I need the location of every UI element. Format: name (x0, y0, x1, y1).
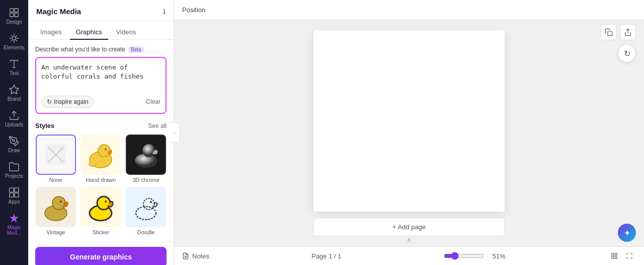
describe-section: Describe what you'd like to create Beta … (28, 40, 174, 120)
share-button[interactable] (620, 24, 636, 40)
notes-button[interactable]: Notes (182, 252, 209, 260)
prompt-textarea[interactable]: An underwater scene of colorful corals a… (41, 63, 160, 91)
svg-rect-36 (612, 256, 614, 258)
view-controls (608, 249, 636, 262)
style-label-none: None (49, 177, 62, 183)
svg-point-23 (52, 196, 65, 210)
styles-header: Styles See all (35, 122, 167, 129)
zoom-controls: 51% (444, 252, 506, 260)
styles-title: Styles (35, 122, 54, 129)
style-hand-drawn[interactable]: Hand drawn (80, 135, 122, 183)
svg-point-28 (105, 201, 107, 203)
svg-point-17 (105, 149, 107, 150)
prompt-actions: ↻ Inspire again Clear (41, 96, 160, 108)
svg-rect-34 (612, 253, 614, 255)
grid-view-button[interactable] (608, 249, 621, 262)
styles-grid: None Hand (35, 135, 167, 235)
sidebar-item-uploads[interactable]: Uploads (2, 107, 26, 130)
sidebar-item-design[interactable]: Design (2, 4, 26, 28)
canvas-container: + Add page (174, 20, 644, 246)
sidebar-label-text: Text (10, 71, 19, 76)
clear-button[interactable]: Clear (146, 98, 160, 105)
sidebar-label-apps: Apps (9, 199, 20, 205)
styles-section: Styles See all None (28, 120, 174, 241)
style-sticker[interactable]: Sticker (80, 187, 122, 235)
style-thumb-none (36, 135, 76, 175)
duplicate-button[interactable] (601, 24, 617, 40)
style-thumb-hand-drawn (80, 135, 121, 175)
svg-point-4 (12, 36, 16, 40)
magic-media-panel: Magic Media ℹ Images Graphics Videos Des… (28, 0, 174, 265)
svg-point-32 (150, 201, 152, 203)
notes-label: Notes (192, 252, 209, 260)
tab-images[interactable]: Images (34, 25, 68, 40)
style-label-hand-drawn: Hand drawn (86, 177, 116, 183)
bottom-bar: Notes Page 1 / 1 51% (174, 246, 644, 265)
svg-rect-7 (10, 188, 14, 192)
style-label-3d-chrome: 3D chrome (132, 177, 159, 183)
tab-videos[interactable]: Videos (110, 25, 142, 40)
tabs-bar: Images Graphics Videos (28, 21, 174, 40)
svg-rect-0 (10, 9, 14, 12)
svg-rect-1 (15, 9, 18, 12)
position-label: Position (182, 6, 205, 14)
canvas-page (313, 30, 505, 212)
sidebar-item-draw[interactable]: Draw (2, 132, 26, 156)
svg-rect-35 (615, 253, 617, 255)
style-label-sticker: Sticker (93, 229, 110, 235)
style-thumb-doodle (126, 187, 166, 227)
svg-point-20 (142, 144, 155, 157)
svg-marker-5 (10, 85, 19, 94)
svg-rect-2 (10, 13, 14, 17)
style-none[interactable]: None (35, 135, 76, 183)
top-bar: Position (174, 0, 644, 20)
svg-point-16 (98, 145, 110, 157)
tab-graphics[interactable]: Graphics (70, 25, 108, 40)
sidebar-label-brand: Brand (8, 96, 21, 102)
sidebar-label-design: Design (6, 19, 22, 25)
sidebar-label-magic-media: Magic Med... (4, 225, 24, 236)
magic-circle-button[interactable]: ✦ (618, 224, 636, 242)
icon-sidebar: Design Elements Text Brand Uploads Draw (0, 0, 28, 265)
generate-section: Generate graphics 👑 Use 1 of 48 credits.… (28, 241, 174, 265)
svg-point-24 (60, 201, 62, 203)
inspire-again-button[interactable]: ↻ Inspire again (41, 96, 94, 108)
style-3d-chrome[interactable]: 3D chrome (125, 135, 167, 183)
sidebar-label-projects: Projects (5, 173, 23, 179)
describe-label: Describe what you'd like to create Beta (35, 46, 167, 53)
style-thumb-3d-chrome (126, 135, 166, 175)
sidebar-item-projects[interactable]: Projects (2, 158, 26, 182)
scroll-chevron: ∧ (407, 236, 412, 244)
sidebar-item-text[interactable]: Text (2, 55, 26, 79)
panel-title: Magic Media (36, 7, 81, 16)
sidebar-label-elements: Elements (4, 45, 25, 50)
refresh-icon: ↻ (47, 98, 52, 105)
style-label-vintage: Vintage (46, 229, 65, 235)
sidebar-label-uploads: Uploads (5, 122, 24, 127)
refresh-button[interactable]: ↻ (618, 44, 636, 62)
add-page-button[interactable]: + Add page (313, 218, 505, 236)
panel-collapse-handle[interactable]: ‹ (170, 122, 180, 143)
svg-rect-3 (15, 13, 18, 17)
style-doodle[interactable]: Doodle (125, 187, 167, 235)
canvas-toolbar (601, 24, 636, 40)
info-icon[interactable]: ℹ (163, 8, 166, 16)
fullscreen-button[interactable] (623, 249, 636, 262)
style-label-doodle: Doodle (137, 229, 155, 235)
svg-point-6 (13, 140, 15, 142)
sidebar-item-brand[interactable]: Brand (2, 81, 26, 105)
generate-graphics-button[interactable]: Generate graphics (35, 247, 167, 265)
svg-rect-33 (608, 31, 612, 36)
prompt-box: An underwater scene of colorful corals a… (35, 57, 167, 114)
sidebar-item-elements[interactable]: Elements (2, 30, 26, 53)
zoom-slider[interactable] (444, 252, 484, 260)
main-area: Position ↻ + Add page ∧ ✦ (174, 0, 644, 265)
svg-rect-10 (15, 193, 19, 197)
style-thumb-vintage (36, 187, 76, 227)
panel-header: Magic Media ℹ (28, 0, 174, 21)
style-vintage[interactable]: Vintage (35, 187, 76, 235)
sidebar-item-magic-media[interactable]: Magic Med... (2, 210, 26, 239)
see-all-button[interactable]: See all (148, 122, 167, 129)
page-info: Page 1 / 1 (311, 252, 341, 260)
sidebar-item-apps[interactable]: Apps (2, 184, 26, 208)
